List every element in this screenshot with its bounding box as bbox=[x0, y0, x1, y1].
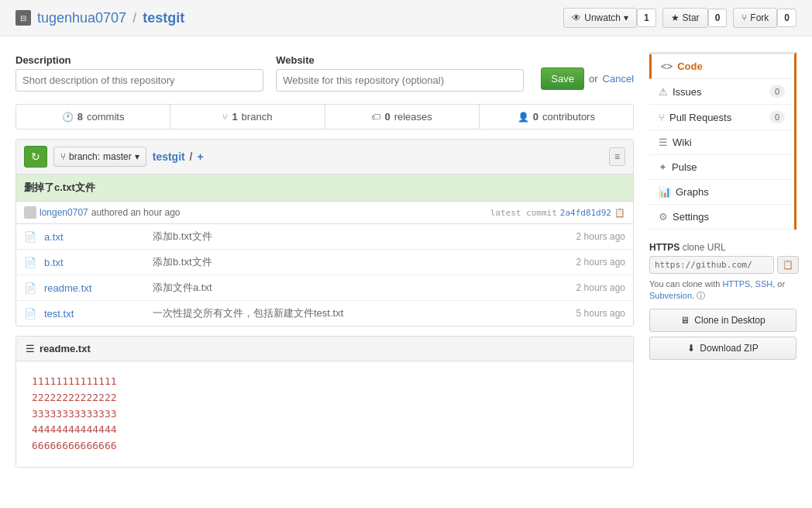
commit-hash-link[interactable]: 2a4fd81d92 bbox=[560, 208, 611, 218]
fork-group: ⑂ Fork 0 bbox=[733, 8, 797, 28]
repo-path-link[interactable]: testgit bbox=[153, 150, 185, 163]
subversion-link[interactable]: Subversion bbox=[649, 291, 692, 300]
ssh-link[interactable]: SSH bbox=[755, 279, 773, 289]
repo-link[interactable]: testgit bbox=[143, 10, 184, 26]
or-text: or bbox=[589, 73, 598, 85]
table-row: 📄 readme.txt 添加文件a.txt 2 hours ago bbox=[16, 275, 633, 301]
file-icon: 📄 bbox=[24, 257, 36, 268]
refresh-button[interactable]: ↻ bbox=[24, 146, 47, 168]
sidebar-item-code[interactable]: <> Code bbox=[649, 54, 794, 79]
file-browser-header: ↻ ⑂ branch: master ▾ testgit / + ≡ bbox=[16, 140, 633, 175]
commits-count: 8 bbox=[77, 111, 83, 123]
readme-header: ☰ readme.txt bbox=[16, 337, 633, 361]
org-link[interactable]: tugenhua0707 bbox=[37, 10, 126, 26]
list-view-button[interactable]: ≡ bbox=[609, 147, 625, 166]
desktop-icon: 🖥 bbox=[680, 315, 690, 326]
branch-dropdown-icon: ▾ bbox=[135, 151, 139, 162]
clone-desktop-button[interactable]: 🖥 Clone in Desktop bbox=[649, 309, 797, 332]
pr-nav-wrap: ⑂ Pull Requests bbox=[659, 112, 731, 123]
website-field-wrap: Website bbox=[276, 54, 524, 92]
clone-hint: You can clone with HTTPS, SSH, or Subver… bbox=[649, 278, 797, 302]
description-input[interactable] bbox=[15, 69, 263, 92]
table-row: 📄 b.txt 添加b.txt文件 2 hours ago bbox=[16, 250, 633, 275]
repo-title: ⊟ tugenhua0707 / testgit bbox=[15, 10, 184, 26]
commits-label: commits bbox=[87, 111, 124, 123]
file-link[interactable]: a.txt bbox=[44, 231, 64, 243]
wiki-icon: ☰ bbox=[659, 137, 668, 148]
sidebar-item-settings[interactable]: ⚙ Settings bbox=[649, 205, 794, 230]
download-zip-button[interactable]: ⬇ Download ZIP bbox=[649, 337, 797, 360]
releases-stat[interactable]: 🏷 0 releases bbox=[325, 105, 480, 129]
dropdown-icon: ▾ bbox=[624, 12, 628, 23]
sidebar-nav-section: <> Code ⚠ Issues 0 ⑂ Pull Requests bbox=[649, 52, 797, 230]
save-button[interactable]: Save bbox=[541, 67, 584, 90]
branch-count: 1 bbox=[232, 111, 237, 123]
tag-icon: 🏷 bbox=[371, 112, 380, 123]
author-link[interactable]: longen0707 bbox=[40, 207, 88, 218]
sidebar-item-graphs[interactable]: 📊 Graphs bbox=[649, 180, 794, 205]
file-link[interactable]: test.txt bbox=[44, 308, 74, 320]
path-add[interactable]: + bbox=[197, 150, 203, 163]
description-row: Description Website Save or Cancel bbox=[15, 52, 634, 92]
file-time: 2 hours ago bbox=[576, 282, 625, 293]
download-icon: ⬇ bbox=[687, 343, 695, 354]
settings-nav-wrap: ⚙ Settings bbox=[659, 211, 709, 223]
readme-line: 33333333333333 bbox=[32, 406, 618, 423]
contributors-stat[interactable]: 👤 0 contributors bbox=[480, 105, 633, 129]
fork-button[interactable]: ⑂ Fork bbox=[733, 8, 777, 28]
file-link[interactable]: readme.txt bbox=[44, 282, 91, 294]
file-browser: ↻ ⑂ branch: master ▾ testgit / + ≡ bbox=[15, 139, 634, 327]
file-time: 5 hours ago bbox=[576, 308, 625, 319]
copy-url-button[interactable]: 📋 bbox=[777, 256, 799, 274]
file-link[interactable]: b.txt bbox=[44, 257, 64, 268]
main-container: Description Website Save or Cancel bbox=[0, 36, 812, 483]
cancel-link[interactable]: Cancel bbox=[603, 73, 634, 85]
file-name: readme.txt bbox=[44, 282, 145, 294]
clone-url-input[interactable] bbox=[649, 256, 774, 274]
branch-selector-wrap: ↻ ⑂ branch: master ▾ testgit / + bbox=[24, 146, 204, 168]
https-section: HTTPS clone URL 📋 You can clone with HTT… bbox=[649, 242, 797, 360]
readme-icon: ☰ bbox=[26, 343, 35, 354]
top-header: ⊟ tugenhua0707 / testgit 👁 Unwatch ▾ 1 ★… bbox=[0, 0, 812, 36]
pull-requests-count: 0 bbox=[769, 111, 785, 123]
header-actions: 👁 Unwatch ▾ 1 ★ Star 0 ⑂ Fork 0 bbox=[563, 8, 797, 28]
unwatch-group: 👁 Unwatch ▾ 1 bbox=[563, 8, 655, 28]
save-cancel-wrap: Save or Cancel bbox=[536, 52, 634, 92]
sidebar-item-wiki[interactable]: ☰ Wiki bbox=[649, 130, 794, 155]
issues-icon: ⚠ bbox=[659, 86, 668, 98]
latest-commit-label: latest commit bbox=[490, 208, 557, 218]
path-nav: testgit / + bbox=[153, 150, 204, 163]
unwatch-button[interactable]: 👁 Unwatch ▾ bbox=[563, 8, 637, 28]
pulse-label: Pulse bbox=[672, 161, 697, 173]
branch-icon: ⑂ bbox=[222, 112, 228, 123]
website-input[interactable] bbox=[276, 69, 524, 92]
contributors-icon: 👤 bbox=[518, 112, 529, 123]
commits-stat[interactable]: 🕐 8 commits bbox=[16, 105, 170, 129]
issues-nav-wrap: ⚠ Issues bbox=[659, 86, 702, 98]
branches-stat[interactable]: ⑂ 1 branch bbox=[170, 105, 325, 129]
file-message: 添加b.txt文件 bbox=[153, 255, 569, 269]
file-time: 2 hours ago bbox=[576, 257, 625, 268]
star-button[interactable]: ★ Star bbox=[662, 8, 708, 28]
branch-selector[interactable]: ⑂ branch: master ▾ bbox=[53, 147, 146, 167]
file-name: b.txt bbox=[44, 257, 145, 268]
sidebar-item-pulse[interactable]: ✦ Pulse bbox=[649, 155, 794, 180]
releases-label: releases bbox=[394, 111, 432, 123]
sidebar-item-issues[interactable]: ⚠ Issues 0 bbox=[649, 79, 794, 105]
download-zip-label: Download ZIP bbox=[700, 343, 758, 354]
branch-name: master bbox=[103, 151, 132, 162]
file-message: 一次性提交所有文件，包括新建文件test.txt bbox=[153, 306, 569, 320]
readme-content: 1111111111111122222222222222333333333333… bbox=[16, 361, 633, 467]
copy-icon[interactable]: 📋 bbox=[614, 208, 625, 218]
fork-count: 0 bbox=[777, 9, 797, 27]
file-icon: 📄 bbox=[24, 231, 36, 243]
latest-commit-info: latest commit 2a4fd81d92 📋 bbox=[490, 208, 625, 218]
settings-icon: ⚙ bbox=[659, 211, 668, 223]
sidebar: <> Code ⚠ Issues 0 ⑂ Pull Requests bbox=[649, 52, 797, 468]
https-link[interactable]: HTTPS bbox=[722, 279, 750, 289]
stats-bar: 🕐 8 commits ⑂ 1 branch 🏷 0 releases 👤 0 … bbox=[15, 104, 634, 130]
description-section: Description Website Save or Cancel bbox=[15, 52, 634, 92]
sidebar-item-pull-requests[interactable]: ⑂ Pull Requests 0 bbox=[649, 105, 794, 130]
star-icon: ★ bbox=[671, 12, 680, 23]
commit-message-row: 删掉了c.txt文件 bbox=[16, 175, 633, 202]
